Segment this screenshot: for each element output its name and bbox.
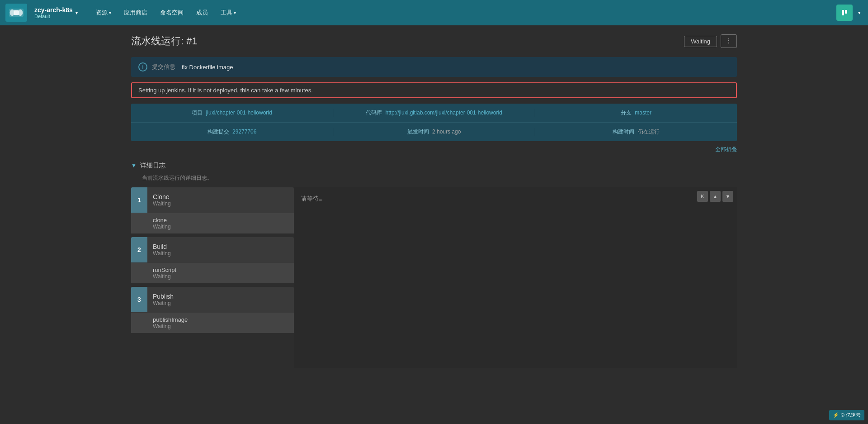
- project-chevron-icon: ▾: [75, 10, 78, 15]
- info-value: fix Dockerfile image: [182, 64, 233, 71]
- stage-step-status-publishimage: Waiting: [153, 323, 288, 329]
- meta-key-repo: 代码库: [366, 110, 382, 116]
- meta-cell-repo: 代码库 http://jiuxi.gitlab.com/jiuxi/chapte…: [333, 109, 535, 117]
- stage-status-2: Waiting: [153, 250, 171, 257]
- log-first-btn[interactable]: K: [697, 191, 708, 202]
- project-sub: Default: [34, 14, 73, 19]
- meta-link-commit[interactable]: 29277706: [232, 129, 256, 135]
- svg-rect-3: [14, 10, 19, 15]
- stage-header-2[interactable]: 2 Build Waiting: [131, 237, 294, 262]
- top-nav: zcy-arch-k8s Default ▾ 资源 ▾ 应用商店 命名空间 成员…: [0, 0, 868, 25]
- detail-logs-title: 详细日志: [140, 162, 165, 170]
- user-avatar[interactable]: [836, 5, 853, 21]
- svg-rect-6: [845, 10, 847, 14]
- nav-item-resources[interactable]: 资源 ▾: [90, 6, 117, 19]
- meta-value-buildtime: 仍在运行: [638, 129, 660, 135]
- stage-step-status-runscript: Waiting: [153, 273, 288, 280]
- stage-name-2: Build: [153, 243, 171, 250]
- stage-step-name-runscript: runScript: [153, 267, 288, 273]
- project-selector[interactable]: zcy-arch-k8s Default ▾: [31, 5, 81, 21]
- info-label: 提交信息: [152, 63, 175, 71]
- pipeline-container: 1 Clone Waiting clone Waiting 2 Build: [131, 187, 737, 368]
- nav-item-appstore-label: 应用商店: [124, 9, 147, 17]
- header-actions: Waiting ⋮: [684, 34, 737, 48]
- meta-key-project: 项目: [192, 110, 203, 116]
- stage-step-name-clone: clone: [153, 217, 288, 224]
- log-up-btn[interactable]: ▲: [710, 191, 721, 202]
- meta-link-branch[interactable]: master: [635, 110, 651, 116]
- meta-cell-trigger: 触发时间 2 hours ago: [333, 128, 535, 136]
- stage-step-clone[interactable]: clone Waiting: [131, 213, 294, 233]
- stage-header-3[interactable]: 3 Publish Waiting: [131, 287, 294, 312]
- detail-logs-subtitle: 当前流水线运行的详细日志。: [142, 174, 737, 182]
- meta-table: 项目 jiuxi/chapter-001-helloworld 代码库 http…: [131, 104, 737, 141]
- nav-right: ▾: [836, 5, 863, 21]
- meta-key-branch: 分支: [621, 110, 632, 116]
- svg-rect-5: [842, 10, 844, 15]
- nav-item-namespace[interactable]: 命名空间: [155, 6, 189, 19]
- stage-info-2: Build Waiting: [147, 240, 176, 259]
- log-text: 请等待…: [301, 195, 730, 203]
- meta-value-trigger: 2 hours ago: [432, 129, 461, 135]
- nav-avatar-chevron-icon[interactable]: ▾: [856, 8, 863, 18]
- info-banner: i 提交信息 fix Dockerfile image: [131, 57, 737, 77]
- stage-step-runscript[interactable]: runScript Waiting: [131, 262, 294, 283]
- nav-items: 资源 ▾ 应用商店 命名空间 成员 工具 ▾: [90, 6, 836, 19]
- app-logo[interactable]: [5, 4, 27, 22]
- page-content: 流水线运行: #1 Waiting ⋮ i 提交信息 fix Dockerfil…: [118, 25, 750, 377]
- stage-status-3: Waiting: [153, 300, 174, 306]
- stage-group-1: 1 Clone Waiting clone Waiting: [131, 187, 294, 233]
- stage-step-status-clone: Waiting: [153, 224, 288, 230]
- svg-rect-4: [840, 8, 849, 17]
- watermark-icon: ⚡: [833, 412, 839, 418]
- fold-control: 全部折叠: [131, 143, 737, 156]
- meta-link-repo[interactable]: http://jiuxi.gitlab.com/jiuxi/chapter-00…: [386, 110, 502, 116]
- stage-number-2: 2: [131, 237, 147, 262]
- stage-info-1: Clone Waiting: [147, 191, 176, 210]
- nav-item-members[interactable]: 成员: [191, 6, 213, 19]
- nav-item-tools-label: 工具: [221, 9, 232, 17]
- meta-key-trigger: 触发时间: [407, 129, 429, 135]
- meta-link-project[interactable]: jiuxi/chapter-001-helloworld: [206, 110, 272, 116]
- log-panel: K ▲ ▼ 请等待…: [294, 187, 737, 368]
- more-button[interactable]: ⋮: [721, 34, 737, 48]
- stage-name-3: Publish: [153, 293, 174, 300]
- log-down-btn[interactable]: ▼: [722, 191, 733, 202]
- info-icon: i: [138, 62, 147, 71]
- watermark-text: © 亿速云: [841, 412, 861, 419]
- log-controls: K ▲ ▼: [697, 191, 733, 202]
- warning-box: Setting up jenkins. If it is not deploye…: [131, 82, 737, 98]
- stage-number-1: 1: [131, 187, 147, 213]
- stage-header-1[interactable]: 1 Clone Waiting: [131, 187, 294, 213]
- stage-step-publishimage[interactable]: publishImage Waiting: [131, 312, 294, 333]
- meta-key-commit: 构建提交: [208, 129, 229, 135]
- stage-status-1: Waiting: [153, 200, 171, 207]
- page-title: 流水线运行: #1: [131, 34, 198, 48]
- chevron-down-icon: ▾: [109, 10, 111, 15]
- status-badge: Waiting: [684, 36, 717, 47]
- stage-step-name-publishimage: publishImage: [153, 316, 288, 323]
- meta-row-2: 构建提交 29277706 触发时间 2 hours ago 构建时间 仍在运行: [131, 122, 737, 141]
- stage-group-3: 3 Publish Waiting publishImage Waiting: [131, 287, 294, 333]
- stage-group-2: 2 Build Waiting runScript Waiting: [131, 237, 294, 283]
- detail-logs-header: ▼ 详细日志: [131, 160, 737, 172]
- meta-cell-commit: 构建提交 29277706: [131, 128, 333, 136]
- nav-item-tools[interactable]: 工具 ▾: [215, 6, 241, 19]
- meta-key-buildtime: 构建时间: [613, 129, 634, 135]
- nav-item-appstore[interactable]: 应用商店: [118, 6, 153, 19]
- warning-text: Setting up jenkins. If it is not deploye…: [138, 87, 313, 94]
- detail-logs-toggle-icon[interactable]: ▼: [131, 162, 137, 169]
- meta-cell-project: 项目 jiuxi/chapter-001-helloworld: [131, 109, 333, 117]
- stages-panel: 1 Clone Waiting clone Waiting 2 Build: [131, 187, 294, 368]
- watermark: ⚡ © 亿速云: [829, 410, 864, 420]
- nav-item-namespace-label: 命名空间: [160, 9, 184, 17]
- stage-number-3: 3: [131, 287, 147, 312]
- stage-info-3: Publish Waiting: [147, 290, 179, 309]
- page-header: 流水线运行: #1 Waiting ⋮: [131, 34, 737, 48]
- fold-all-button[interactable]: 全部折叠: [715, 146, 737, 153]
- nav-item-members-label: 成员: [196, 9, 208, 17]
- chevron-down-icon2: ▾: [234, 10, 236, 15]
- meta-cell-branch: 分支 master: [535, 109, 737, 117]
- meta-cell-buildtime: 构建时间 仍在运行: [535, 128, 737, 136]
- project-name: zcy-arch-k8s: [34, 6, 73, 14]
